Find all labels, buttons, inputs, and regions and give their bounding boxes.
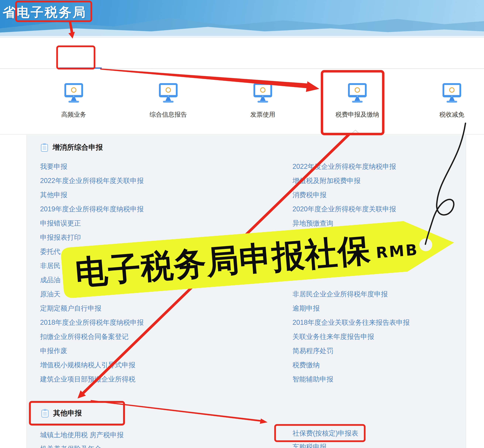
- link-row: 消费税申报: [292, 188, 396, 202]
- link-row: 原油天: [40, 287, 144, 301]
- menu-link[interactable]: 扣缴企业所得税合同备案登记: [40, 332, 129, 341]
- menu-link[interactable]: 城镇土地使用税 房产税申报: [40, 430, 124, 440]
- section-title: 增消所综合申报: [53, 143, 103, 152]
- link-row: 建筑企业项目部预缴企业所得税: [40, 372, 144, 386]
- menu-link[interactable]: 2020年度企业所得税年度关联申报: [292, 205, 396, 214]
- menu-link[interactable]: 消费税申报: [292, 190, 327, 200]
- monitor-coin-icon: [439, 82, 465, 105]
- menu-link[interactable]: 申报作废: [40, 346, 67, 356]
- monitor-coin-icon: [250, 82, 276, 105]
- megamenu-category[interactable]: 税收减免: [420, 69, 484, 134]
- link-row: 车购税申报: [292, 440, 358, 448]
- link-row: 申报报表打印: [40, 231, 144, 245]
- taxes-dropdown-panel: 增消所综合申报 我要申报2022年度企业所得税年度关联申报其他申报2019年度企…: [0, 134, 484, 448]
- megamenu-category-row: 高频业务 综合信息报告 发票使用: [0, 69, 484, 134]
- megamenu-category-label: 税费申报及缴纳: [336, 110, 379, 119]
- link-row: 增值税及附加税费申报: [292, 174, 396, 188]
- menu-link[interactable]: 2019年度企业所得税年度纳税申报: [40, 205, 144, 214]
- menu-link[interactable]: 成品油: [40, 275, 61, 285]
- link-row: 机关养老保险及年金: [40, 442, 124, 448]
- site-logo: 省电子税务局: [3, 4, 87, 21]
- monitor-coin-icon: [344, 82, 371, 105]
- menu-link[interactable]: 简易程序处罚: [292, 346, 333, 356]
- link-row: 我要申报: [40, 160, 144, 174]
- menu-link[interactable]: 非居民企业企业所得税年度申报: [292, 290, 388, 299]
- link-row: 2020年度企业所得税年度关联申报: [292, 202, 396, 216]
- menu-link[interactable]: 2018年度企业所得税年度纳税申报: [40, 318, 144, 327]
- link-row: 社保费(按核定)申报表: [292, 426, 358, 440]
- menu-link[interactable]: 2018年度企业关联业务往来报告表申报: [292, 318, 410, 327]
- link-row: 异地预缴查询: [292, 216, 396, 231]
- link-row: 成品油: [40, 273, 144, 287]
- menu-link[interactable]: 我要申报: [40, 162, 67, 171]
- link-row: 2022年度企业所得税年度纳税申报: [292, 160, 396, 174]
- link-row: 简易程序处罚: [292, 344, 410, 358]
- menu-link[interactable]: 建筑企业项目部预缴企业所得税: [40, 375, 135, 384]
- link-row: 定期定额户自行申报: [40, 301, 144, 315]
- declare-left-links: 我要申报2022年度企业所得税年度关联申报其他申报2019年度企业所得税年度纳税…: [40, 160, 144, 386]
- section-title: 其他申报: [53, 408, 82, 418]
- link-row: 逾期申报: [292, 301, 410, 315]
- menu-link[interactable]: 非居民: [40, 261, 61, 271]
- section-header-other: 其他申报: [41, 408, 82, 418]
- link-row: 委托代: [40, 245, 144, 259]
- menu-link[interactable]: 逾期申报: [292, 304, 320, 313]
- link-row: 申报作废: [40, 344, 144, 358]
- clipboard-icon: [41, 408, 49, 418]
- link-row: 2022年度企业所得税年度关联申报: [40, 174, 144, 188]
- menu-link[interactable]: 税费缴纳: [292, 360, 320, 370]
- link-row: 2018年度企业所得税年度纳税申报: [40, 315, 144, 330]
- megamenu-category-label: 综合信息报告: [150, 110, 187, 119]
- menu-link[interactable]: 机关养老保险及年金: [40, 444, 101, 448]
- header-banner: 省电子税务局: [0, 0, 484, 37]
- menu-link[interactable]: 2022年度企业所得税年度关联申报: [40, 176, 144, 185]
- menu-link[interactable]: 社保费(按核定)申报表: [292, 429, 358, 438]
- other-right-links: 社保费(按核定)申报表车购税申报: [292, 426, 358, 448]
- menu-link[interactable]: 增值税小规模纳税人引导式申报: [40, 360, 135, 370]
- megamenu-category[interactable]: 高频业务: [42, 69, 106, 134]
- megamenu-category[interactable]: 发票使用: [231, 69, 295, 134]
- declare-right-links-top: 2022年度企业所得税年度纳税申报增值税及附加税费申报消费税申报2020年度企业…: [292, 160, 396, 231]
- monitor-coin-icon: [155, 82, 181, 105]
- link-row: 非居民: [40, 259, 144, 273]
- megamenu-category-label: 税收减免: [439, 110, 464, 119]
- clipboard-icon: [40, 143, 48, 152]
- menu-link[interactable]: 2022年度企业所得税年度纳税申报: [292, 162, 396, 171]
- panel-background: 增消所综合申报 我要申报2022年度企业所得税年度关联申报其他申报2019年度企…: [26, 135, 466, 448]
- menu-link[interactable]: 异地预缴查询: [292, 219, 333, 228]
- link-row: 非居民企业企业所得税年度申报: [292, 287, 410, 301]
- menu-link[interactable]: 关联业务往来年度报告申报: [292, 332, 374, 341]
- main-navbar: [0, 37, 484, 69]
- menu-link[interactable]: 车购税申报: [292, 442, 327, 448]
- link-row: 申报错误更正: [40, 216, 144, 231]
- link-row: 关联业务往来年度报告申报: [292, 330, 410, 344]
- link-row: 税费缴纳: [292, 358, 410, 372]
- link-row: 2019年度企业所得税年度纳税申报: [40, 202, 144, 216]
- megamenu-category[interactable]: 综合信息报告: [136, 69, 200, 134]
- menu-link[interactable]: 智能辅助申报: [292, 375, 333, 384]
- link-row: 扣缴企业所得税合同备案登记: [40, 330, 144, 344]
- megamenu-category[interactable]: 税费申报及缴纳: [325, 69, 389, 134]
- megamenu-category-label: 高频业务: [61, 110, 86, 119]
- menu-link[interactable]: 原油天: [40, 290, 61, 299]
- active-tab-underline: [59, 67, 102, 69]
- menu-link[interactable]: 增值税及附加税费申报: [292, 176, 361, 185]
- link-row: 城镇土地使用税 房产税申报: [40, 428, 124, 442]
- menu-link[interactable]: 其他申报: [40, 190, 67, 200]
- declare-right-links-bottom: 非居民企业企业所得税年度申报逾期申报2018年度企业关联业务往来报告表申报关联业…: [292, 287, 410, 386]
- menu-link[interactable]: 申报报表打印: [40, 233, 81, 242]
- other-left-links: 城镇土地使用税 房产税申报机关养老保险及年金: [40, 428, 124, 448]
- section-header-comprehensive: 增消所综合申报: [40, 143, 103, 152]
- megamenu-category-label: 发票使用: [250, 110, 275, 119]
- menu-link[interactable]: 定期定额户自行申报: [40, 304, 101, 313]
- menu-link[interactable]: 申报错误更正: [40, 219, 81, 228]
- monitor-coin-icon: [61, 82, 87, 105]
- link-row: 智能辅助申报: [292, 372, 410, 386]
- link-row: 其他申报: [40, 188, 144, 202]
- link-row: 增值税小规模纳税人引导式申报: [40, 358, 144, 372]
- link-row: 2018年度企业关联业务往来报告表申报: [292, 315, 410, 330]
- menu-link[interactable]: 委托代: [40, 247, 61, 256]
